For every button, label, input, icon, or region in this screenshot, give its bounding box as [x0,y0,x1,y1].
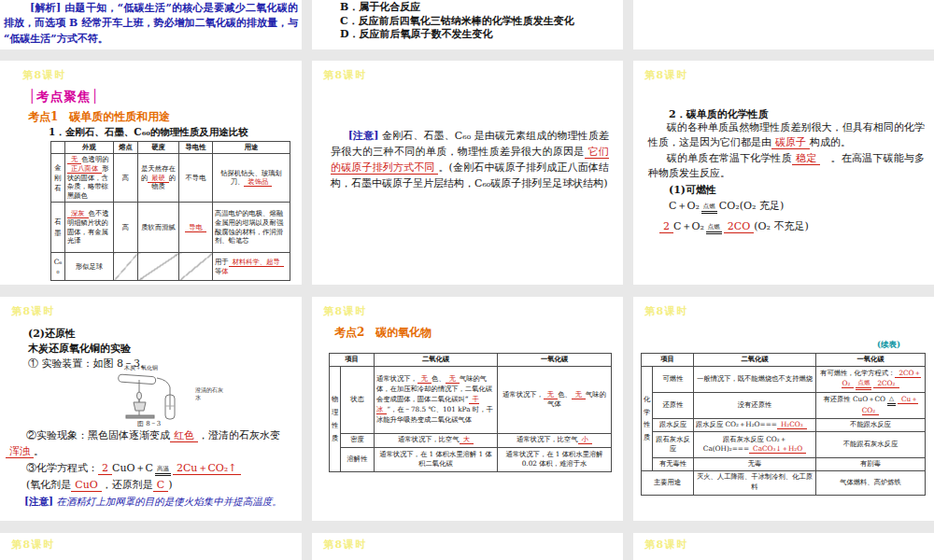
slide-next-top: 第8课时 [312,533,623,560]
cell-appearance: 形似足球 [65,253,114,281]
group-label-chemical: 化学性质 [642,366,653,470]
slide-blank-bottom [633,0,934,49]
slide-next-top: 第8课时 [633,533,934,560]
diagonal-empty-cell [179,253,213,281]
lesson-badge: 第8课时 [644,68,688,82]
cell-appearance: 无色透明的正八面体形状的固体，含杂质，略带棕黑颜色 [65,153,114,202]
chemical-properties-table: 项目 二氧化碳 一氧化碳 化学性质 可燃性 一般情况下，既不能燃烧也不支持燃烧 … [641,353,926,496]
cell-co2: 通常状况下，无色、无气味的气体，在加压和冷却的情况下，二氧化碳会变成固体，固体二… [375,366,498,433]
paragraph: 碳的各种单质虽然物理性质差别很大，但具有相同的化学性质，这是因为它们都是由碳原子… [648,120,925,150]
experiment-apparatus-diagram [106,371,203,423]
cell-melting: 高 [114,203,138,253]
topic2-heading: 考点2 碳的氧化物 [334,325,432,341]
col-header-appearance: 外观 [65,142,114,154]
row-label-uses: 主要用途 [642,470,694,495]
diagram-caption: 图 8－3 [137,419,161,428]
step-line: ②实验现象：黑色固体逐渐变成红色，澄清的石灰水变 [26,428,280,443]
step-line: 浑浊。 [6,444,44,459]
table-title: 1．金刚石、石墨、C₆₀的物理性质及用途比较 [49,126,248,139]
row-label-c60: C₆₀ [51,253,65,281]
col-header-uses: 用途 [213,142,290,154]
cell-co: 通常状况下，无色、无气味的气体 [498,366,612,433]
paragraph: 碳的单质在常温下化学性质稳定 。在高温下碳能与多种物质发生反应。 [648,151,925,181]
cell-hardness: 质软而滑腻 [138,203,179,253]
row-label: 可燃性 [653,366,694,392]
physical-properties-table: 项目 二氧化碳 一氧化碳 物理性质 状态 通常状况下，无色、无气味的气体，在加压… [329,353,612,472]
slide-carbon-oxides-physical: 第8课时 考点2 碳的氧化物 项目 二氧化碳 一氧化碳 物理性质 状态 通常状况… [312,297,623,521]
table-row: 主要用途 灭火、人工降雨、干冰制冷剂、化工原料 气体燃料、高炉炼铁 [642,470,926,495]
table-row: 跟水反应 跟水反应 CO₂＋H₂O===H₂CO₃ 不能跟水反应 [642,418,926,431]
continued-label: (续表) [877,340,900,351]
row-label: 还原性 [653,392,694,418]
cell-appearance: 深灰色不透明细鳞片状的固体，有金属光泽 [65,203,114,253]
slide-chemical-properties: 第8课时 2．碳单质的化学性质 碳的各种单质虽然物理性质差别很大，但具有相同的化… [633,61,934,285]
step-line: (氧化剂是CuO，还原剂是C) [26,478,173,493]
col-header-melting: 熔点 [114,142,138,154]
cell-co: 有还原性 CuO＋CO△Cu＋CO₂ [816,392,926,418]
col-header-co2: 二氧化碳 [694,354,816,367]
cell-co2: 无毒 [694,457,816,470]
lesson-badge: 第8课时 [11,538,55,552]
lesson-badge: 第8课时 [323,68,367,82]
cell-uses: 钻探机钻头、玻璃划刀、装饰品 [213,153,290,202]
flammability-heading: (1)可燃性 [669,183,716,198]
cell-co: 不能跟石灰水反应 [816,431,926,457]
row-label: 密度 [341,433,375,447]
cell-co2: 没有还原性 [694,392,816,418]
table-row: 溶解性 通常状况下，在 1 体积水里溶解 1 体积二氧化碳 通常状况下，在 1 … [330,447,612,471]
slide-focus-allotropes: 第8课时 │考点聚焦│ 考点1 碳单质的性质和用途 1．金刚石、石墨、C₆₀的物… [0,61,302,285]
apparatus-figure: 木炭＋氧化铜 澄清的石灰水 图 8－3 [98,364,229,427]
reduction-title: (2)还原性 [28,327,76,342]
cell-uses: 用于材料科学、超导等体 [213,253,290,281]
col-header-item: 项目 [330,354,375,367]
row-label-diamond: 金刚石 [51,153,65,202]
cell-co: 有剧毒 [816,457,926,470]
table-row: 跟石灰水反应 跟石灰水反应 CO₂＋Ca(OH)₂===CaCO₃↓＋H₂O 不… [642,431,926,457]
row-label: 跟水反应 [653,418,694,431]
table-row: 石墨 深灰色不透明细鳞片状的固体，有金属光泽 高 质软而滑腻 导电 高温电炉的电… [51,203,290,253]
group-label-physical: 物理性质 [330,366,341,471]
row-label: 跟石灰水反应 [653,431,694,457]
cell-conductivity: 不导电 [179,153,213,202]
col-header-co: 一氧化碳 [816,354,926,367]
topic1-heading: 考点1 碳单质的性质和用途 [28,109,170,125]
note-paragraph: [注意] 金刚石、石墨、C₆₀ 是由碳元素组成的物理性质差异很大的三种不同的单质… [331,128,609,191]
analysis-paragraph: [解析] 由题干知，“低碳生活”的核心是要减少二氧化碳的排放，而选项 B 经常开… [4,1,298,47]
cell-co2: 跟水反应 CO₂＋H₂O===H₂CO₃ [694,418,816,431]
slide-analysis-bottom: [解析] 由题干知，“低碳生活”的核心是要减少二氧化碳的排放，而选项 B 经常开… [0,0,302,49]
cell-co2: 灭火、人工降雨、干冰制冷剂、化工原料 [694,470,816,495]
row-label: 有无毒性 [653,457,694,470]
col-header-co2: 二氧化碳 [375,354,498,367]
lesson-badge: 第8课时 [323,304,367,318]
slides-grid: [解析] 由题干知，“低碳生活”的核心是要减少二氧化碳的排放，而选项 B 经常开… [0,0,934,560]
lesson-badge: 第8课时 [644,304,688,318]
cell-co: 通常状况下，比空气小 [498,433,612,447]
row-label: 溶解性 [341,447,375,471]
row-label-graphite: 石墨 [51,203,65,253]
lesson-badge: 第8课时 [644,538,688,552]
table-row: C₆₀ 形似足球 用于材料科学、超导等体 [51,253,290,281]
col-header-hardness: 硬度 [138,142,179,154]
lesson-badge: 第8课时 [11,304,55,318]
col-header-item: 项目 [642,354,694,367]
col-header-co: 一氧化碳 [498,354,612,367]
section-title: │考点聚焦│ [28,89,99,105]
table-row: 化学性质 可燃性 一般情况下，既不能燃烧也不支持燃烧 有可燃性，化学方程式：2C… [642,366,926,392]
slide-carbon-oxides-chemical: 第8课时 (续表) 项目 二氧化碳 一氧化碳 化学性质 可燃性 一般情况下，既不… [633,297,934,521]
diagram-label-limewater: 澄清的石灰水 [195,386,223,400]
table-row: 物理性质 状态 通常状况下，无色、无气味的气体，在加压和冷却的情况下，二氧化碳会… [330,366,612,433]
cell-co: 气体燃料、高炉炼铁 [816,470,926,495]
cell-co2: 通常状况下，比空气大 [375,433,498,447]
slide-next-top: 第8课时 [0,533,302,560]
option-line: D．反应前后氧原子数不发生变化 [340,28,620,42]
equation-line: 2C＋O₂点燃2CO(O₂ 不充足) [659,219,809,234]
table-row: 还原性 没有还原性 有还原性 CuO＋CO△Cu＋CO₂ [642,392,926,418]
option-line: C．反应前后四氧化三钴纳米棒的化学性质发生变化 [340,15,620,29]
lesson-badge: 第8课时 [323,538,367,552]
option-line: B．属于化合反应 [340,1,620,15]
cell-hardness: 是天然存在的最硬的物质 [138,153,179,202]
diagonal-empty-cell [114,253,138,281]
slide-note-allotropes: 第8课时 [注意] 金刚石、石墨、C₆₀ 是由碳元素组成的物理性质差异很大的三种… [312,61,623,285]
experiment-subtitle: 木炭还原氧化铜的实验 [28,342,131,357]
table-corner-cell [51,142,65,154]
